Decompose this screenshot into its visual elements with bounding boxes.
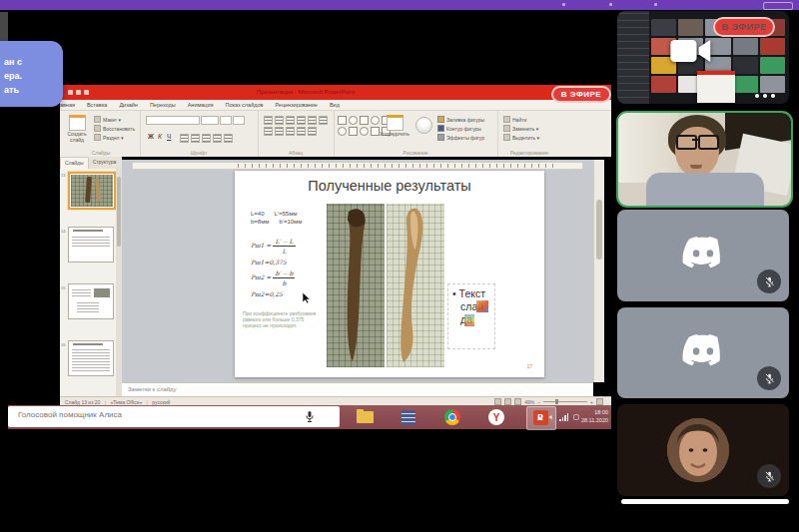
- tab-insert[interactable]: Вставка: [81, 102, 113, 108]
- reset-button[interactable]: Восстановить: [94, 125, 135, 132]
- zoom-level: 49%: [524, 399, 534, 405]
- slide-photos[interactable]: [327, 204, 444, 367]
- window-controls[interactable]: [763, 2, 793, 10]
- document-app-icon[interactable]: [398, 408, 419, 426]
- muted-mic-indicator: [757, 269, 781, 293]
- ribbon-group-paragraph: Абзац: [258, 111, 335, 157]
- avatar: [667, 418, 729, 482]
- notes-pane[interactable]: Заметки к слайду: [122, 382, 593, 397]
- photo-graph-paper-left: [327, 204, 385, 367]
- chrome-icon[interactable]: [441, 408, 463, 426]
- search-input[interactable]: [16, 409, 270, 420]
- replace-icon: [503, 125, 510, 132]
- slide-canvas[interactable]: Полученные результаты L=40L′=55мм b=8ммb…: [235, 171, 544, 377]
- slideshow-view-button[interactable]: [514, 398, 521, 405]
- arrange-button[interactable]: Упорядочить: [380, 115, 409, 138]
- thumb-number: 14: [61, 229, 65, 234]
- topbar-icon: [654, 3, 657, 6]
- webcam-tile-speaking[interactable]: [616, 111, 793, 208]
- powerpoint-title-bar[interactable]: Презентация - Microsoft PowerPoint: [60, 85, 611, 100]
- slide-thumbnail-15[interactable]: [68, 283, 114, 319]
- slide-title[interactable]: Полученные результаты: [235, 178, 544, 194]
- grow-font-button[interactable]: [220, 116, 232, 125]
- layout-button[interactable]: Макет ▾: [94, 116, 121, 123]
- browser-top-bar: [0, 0, 799, 10]
- screenshare-thumbnail-tile[interactable]: В ЭФИРЕ: [617, 11, 789, 104]
- sidebar-scroll-handle[interactable]: [621, 499, 789, 504]
- find-button[interactable]: Найти: [503, 116, 526, 123]
- zoom-in-button[interactable]: +: [590, 399, 593, 405]
- participant-tile-discord-1[interactable]: [617, 210, 789, 301]
- slide-thumbnail-13[interactable]: [68, 172, 116, 210]
- replace-button[interactable]: Заменить ▾: [503, 125, 538, 132]
- language-indicator-icon[interactable]: [573, 414, 579, 420]
- participant-tile-photo[interactable]: [617, 404, 789, 496]
- ribbon: Создать слайд Макет ▾ Восстановить Разде…: [60, 111, 611, 157]
- normal-view-button[interactable]: [494, 398, 501, 405]
- fit-to-window-button[interactable]: [596, 398, 603, 405]
- notification-line: ать: [4, 83, 63, 97]
- zoom-slider[interactable]: [543, 401, 587, 402]
- slide-formulas[interactable]: Pш1 =L′ − LL Pш1=0,375 Pш2 =b′ − bb Pш2=…: [251, 237, 296, 300]
- file-explorer-icon[interactable]: [354, 408, 376, 426]
- arrange-icon: [387, 115, 403, 131]
- taskbar-clock[interactable]: 18:00 28.11.2020: [581, 408, 608, 424]
- font-size-box[interactable]: [201, 116, 219, 125]
- glasses-bridge: [692, 139, 699, 141]
- more-options-icon[interactable]: [755, 94, 775, 98]
- quick-styles-button[interactable]: [415, 117, 432, 134]
- notification-line: ан с: [4, 55, 63, 69]
- tab-review[interactable]: Рецензирование: [269, 102, 323, 108]
- slide-note-text[interactable]: При коэффициенте разбухания равного или …: [243, 310, 323, 328]
- video-camera-icon: [669, 35, 713, 67]
- list-buttons[interactable]: [264, 116, 328, 125]
- alignment-buttons[interactable]: [264, 127, 317, 136]
- tray-expand-icon[interactable]: [537, 416, 543, 420]
- tab-design[interactable]: Дизайн: [113, 102, 144, 108]
- section-button[interactable]: Раздел ▾: [94, 134, 123, 141]
- shrink-font-button[interactable]: [233, 116, 245, 125]
- notification-toast[interactable]: ан с ера. ать: [0, 41, 63, 107]
- tab-animation[interactable]: Анимация: [182, 102, 220, 108]
- tab-view[interactable]: Вид: [324, 102, 346, 108]
- italic-button[interactable]: К: [158, 133, 162, 140]
- slide-thumbnail-16[interactable]: [68, 340, 114, 376]
- sorter-view-button[interactable]: [504, 398, 511, 405]
- tab-transitions[interactable]: Переходы: [144, 102, 182, 108]
- ribbon-group-slides: Создать слайд Макет ▾ Восстановить Разде…: [62, 111, 141, 157]
- underline-button[interactable]: Ч: [167, 133, 171, 140]
- shape-outline-button[interactable]: Контур фигуры: [437, 125, 481, 132]
- font-effects-buttons[interactable]: [180, 134, 233, 143]
- font-name-box[interactable]: [146, 116, 200, 125]
- slide-thumbnail-14[interactable]: [68, 227, 114, 263]
- yandex-browser-icon[interactable]: Y: [485, 408, 507, 426]
- slide-text-placeholder[interactable]: • Текст слай да: [447, 283, 495, 349]
- on-air-badge: В ЭФИРЕ: [713, 17, 775, 37]
- alice-search-box[interactable]: [8, 406, 340, 427]
- tab-slideshow[interactable]: Показ слайдов: [220, 102, 270, 108]
- tab-outline[interactable]: Структура: [89, 157, 121, 169]
- system-tray: [537, 413, 579, 421]
- shape-effects-button[interactable]: Эффекты фигур: [437, 134, 484, 141]
- shape-fill-button[interactable]: Заливка фигуры: [437, 116, 484, 123]
- windows-taskbar: Y P 18:00 28.11.2020: [8, 405, 611, 429]
- find-icon: [503, 116, 510, 123]
- new-slide-button[interactable]: Создать слайд: [64, 115, 90, 143]
- network-icon[interactable]: [559, 413, 568, 421]
- bold-button[interactable]: Ж: [148, 133, 154, 140]
- slide-vertical-scrollbar[interactable]: [593, 160, 604, 382]
- zoom-out-button[interactable]: −: [537, 399, 540, 405]
- slide-parameters[interactable]: L=40L′=55мм b=8ммb′=10мм: [251, 210, 302, 226]
- participant-tile-discord-2[interactable]: [617, 307, 789, 398]
- microphone-icon[interactable]: [304, 410, 316, 423]
- tab-home[interactable]: Главная: [60, 102, 81, 108]
- select-button[interactable]: Выделить ▾: [503, 134, 539, 141]
- ribbon-tab-bar: Главная Вставка Дизайн Переходы Анимация…: [60, 100, 611, 111]
- tab-slides[interactable]: Слайды: [60, 157, 89, 169]
- discord-avatar-icon: [681, 236, 725, 268]
- ribbon-group-drawing: Упорядочить Заливка фигуры Контур фигуры…: [334, 111, 498, 157]
- window-title: Презентация - Microsoft PowerPoint: [60, 89, 551, 95]
- horizontal-ruler: [132, 162, 583, 170]
- screen: ан с ера. ать Презентация - Microsoft Po…: [0, 0, 799, 532]
- volume-icon[interactable]: [548, 414, 554, 420]
